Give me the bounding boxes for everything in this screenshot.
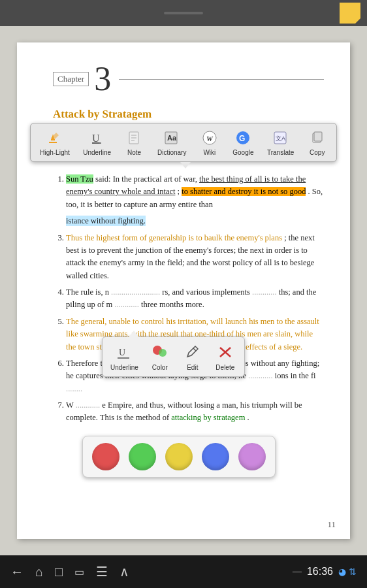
svg-line-21: [193, 348, 196, 351]
sub-color-icon: [149, 342, 171, 362]
bottom-right-status: — 16:36 ◕ ⇅: [293, 566, 357, 578]
copy-icon: [308, 129, 327, 147]
sub-delete-label: Delete: [215, 364, 234, 371]
color-red[interactable]: [92, 443, 120, 470]
toolbar-note-btn[interactable]: Note: [121, 127, 148, 157]
signal-icon: —: [293, 566, 302, 577]
svg-rect-16: [314, 132, 322, 141]
sub-edit-icon: [182, 342, 204, 362]
sub-edit-label: Edit: [187, 364, 198, 371]
time-display: 16:36: [307, 566, 333, 578]
toolbar-underline-btn[interactable]: U Underline: [79, 127, 115, 157]
svg-text:G: G: [239, 134, 245, 143]
main-toolbar: High-Light U Underline Note Aa: [30, 123, 337, 162]
chapter-heading: Chapter 3: [53, 62, 324, 96]
sub-color-btn[interactable]: Color: [149, 342, 171, 371]
toolbar-dictionary-btn[interactable]: Aa Dictionary: [153, 127, 190, 157]
list-item: Sun Tzu said: In the practical art of wa…: [66, 173, 324, 211]
color-blue[interactable]: [202, 443, 229, 470]
toolbar-wiki-btn[interactable]: W Wiki: [196, 127, 223, 157]
chapter-label: Chapter: [53, 72, 89, 86]
screenshot-icon[interactable]: ▭: [74, 566, 84, 578]
color-yellow[interactable]: [165, 443, 193, 470]
svg-point-20: [159, 349, 167, 357]
highlight-icon: [45, 129, 65, 147]
svg-text:W: W: [206, 135, 214, 142]
dictionary-label: Dictionary: [157, 149, 186, 156]
sub-edit-btn[interactable]: Edit: [182, 342, 204, 371]
sub-delete-btn[interactable]: Delete: [214, 342, 236, 371]
toolbar-translate-btn[interactable]: 文A Translate: [263, 127, 298, 157]
svg-text:文A: 文A: [276, 135, 285, 142]
google-label: Google: [232, 149, 253, 156]
list-item: istance without fighting.: [53, 215, 324, 227]
highlight-label: High-Light: [40, 149, 70, 156]
chapter-title: Attack by Stratagem: [53, 108, 324, 121]
sticky-note-icon[interactable]: [340, 3, 360, 24]
toolbar-highlight-btn[interactable]: High-Light: [36, 127, 74, 157]
dictionary-icon: Aa: [162, 129, 182, 147]
bottom-bar: ← ⌂ □ ▭ ☰ ∧ — 16:36 ◕ ⇅: [0, 555, 367, 588]
note-label: Note: [127, 149, 141, 156]
google-icon: G: [233, 129, 253, 147]
translate-label: Translate: [267, 149, 294, 156]
top-bar: [0, 0, 367, 26]
list-item: W ............ e Empire, and thus, witho…: [66, 399, 324, 425]
color-green[interactable]: [129, 443, 156, 470]
home-icon[interactable]: ⌂: [35, 564, 43, 580]
sun-tzu-highlight: Sun Tzu: [66, 174, 93, 184]
wiki-label: Wiki: [203, 149, 215, 156]
sub-underline-icon: U: [113, 342, 135, 362]
toolbar-pointer: [180, 162, 191, 169]
wifi-icon: ◕: [338, 566, 346, 578]
book-page: Chapter 3 Attack by Stratagem High-Light…: [17, 42, 350, 539]
menu-icon[interactable]: ☰: [96, 564, 108, 580]
note-icon: [125, 129, 144, 147]
color-picker: [82, 436, 276, 478]
sub-color-label: Color: [152, 364, 168, 371]
list-item: The rule is, n ........................ …: [66, 286, 324, 312]
sub-toolbar: U Underline Color Edit Delete: [102, 336, 245, 377]
wiki-icon: W: [200, 129, 219, 147]
svg-text:U: U: [119, 348, 125, 357]
translate-icon: 文A: [271, 129, 291, 147]
sub-delete-icon: [214, 342, 236, 362]
recent-apps-icon[interactable]: □: [55, 564, 63, 580]
main-toolbar-container: High-Light U Underline Note Aa: [30, 123, 337, 162]
toolbar-copy-btn[interactable]: Copy: [304, 127, 331, 157]
up-icon[interactable]: ∧: [120, 564, 129, 580]
color-purple[interactable]: [238, 443, 266, 470]
list-item: Thus the highest form of generalship is …: [66, 232, 324, 283]
svg-text:U: U: [92, 133, 100, 144]
book-content: Sun Tzu said: In the practical art of wa…: [53, 173, 324, 425]
chapter-number: 3: [94, 62, 111, 96]
page-number: 11: [327, 519, 336, 530]
copy-label: Copy: [310, 149, 325, 156]
status-icons: ◕ ⇅: [338, 566, 357, 578]
svg-text:Aa: Aa: [167, 134, 177, 142]
toolbar-google-btn[interactable]: G Google: [229, 127, 257, 157]
top-bar-handle: [164, 12, 203, 14]
sub-underline-label: Underline: [110, 364, 138, 371]
sub-underline-btn[interactable]: U Underline: [110, 342, 138, 371]
chapter-line: [119, 79, 324, 80]
sub-toolbar-pointer: [129, 331, 139, 337]
data-icon: ⇅: [349, 566, 357, 578]
back-icon[interactable]: ←: [10, 564, 24, 580]
page-area: Chapter 3 Attack by Stratagem High-Light…: [0, 26, 367, 555]
bottom-left-nav: ← ⌂ □ ▭ ☰ ∧: [10, 564, 129, 580]
underline-label: Underline: [83, 149, 111, 156]
underline-icon: U: [88, 129, 107, 147]
